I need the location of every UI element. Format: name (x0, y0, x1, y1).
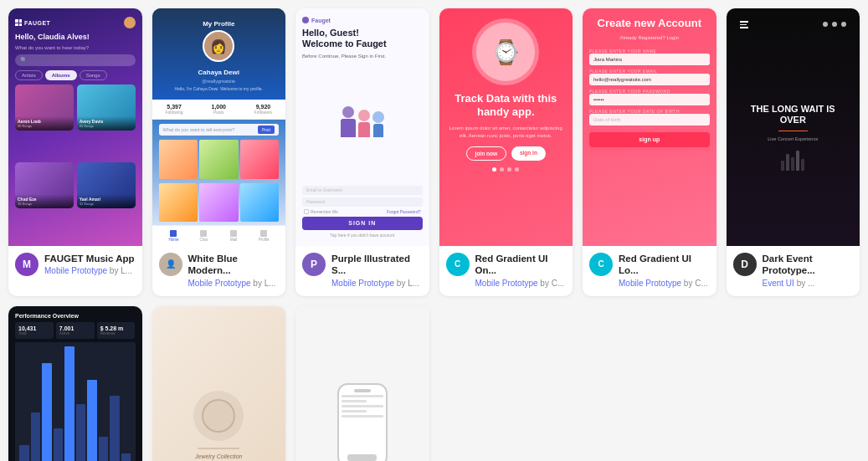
remember-me[interactable]: Remember Me (304, 209, 338, 214)
phone-content-lines (342, 395, 383, 452)
illustration (302, 63, 423, 181)
profile-bio-wb: Hello, I'm Cahaya Dewi. Welcome to my pr… (175, 86, 263, 91)
tab-artists[interactable]: Artists (15, 70, 43, 80)
sign-in-button-red[interactable]: sign in (511, 146, 546, 161)
photo-grid (152, 140, 286, 225)
music-logo: FAUGET (15, 19, 50, 26)
signin-subtext: Before Continue, Please Sign in First. (302, 54, 423, 59)
perf-lbl-3: Revenue (100, 331, 132, 336)
perf-val-3: $ 5.28 m (100, 325, 132, 331)
tap-text[interactable]: Tap here if you didn't have account (302, 233, 423, 238)
signup-button[interactable]: sign up (589, 132, 710, 147)
card-text-purple: Purple Illustrated S... Mobile Prototype… (331, 253, 423, 289)
field-dob-input[interactable]: Date of birth (589, 114, 710, 125)
user-avatar-small (124, 17, 136, 28)
nav-chat[interactable]: Chat (188, 230, 218, 242)
photo-4 (159, 183, 198, 223)
figure-1 (341, 106, 356, 137)
perf-stat-2: 7.001 Active (56, 322, 95, 339)
forgot-password-link[interactable]: Forgot Password? (387, 209, 421, 214)
dot-3 (507, 167, 511, 172)
field-email: PLEASE ENTER YOUR EMAIL hello@reallygrea… (589, 69, 710, 85)
profile-page-title: My Profile (203, 20, 234, 28)
header-icons (823, 22, 846, 27)
sil-5 (801, 159, 804, 171)
stat-posts: 1,000 Posts (197, 104, 241, 115)
profile-handle-wb: @reallygreatsite (202, 79, 235, 84)
card-dark-concert[interactable]: THE LONG WAIT IS OVER Live Concert Exper… (727, 8, 860, 296)
question-text: What do you want to hear today? (15, 45, 136, 50)
card-music-app[interactable]: FAUGET Hello, Claudia Alves! What do you… (8, 8, 142, 296)
join-now-button[interactable]: join now (466, 146, 506, 161)
field-password-value: •••••• (593, 97, 604, 102)
card-text-music: FAUGET Music App Mobile Prototype by L..… (44, 253, 135, 276)
email-placeholder: Email or Username (306, 187, 342, 192)
card-wireframe[interactable]: P Phone Wireframe... UI Kit by ... (295, 306, 429, 461)
nav-mail-label: Mail (230, 238, 237, 242)
card-red-lo[interactable]: Create new Account Already Registered? L… (583, 8, 716, 296)
card-avatar-red-lo: C (589, 253, 613, 276)
dot-1 (492, 167, 496, 172)
music-grid: Aaron Loeb 20 Songs Avery Davis 25 Songs… (15, 85, 136, 238)
field-password-label: PLEASE ENTER YOUR PASSWORD (589, 89, 710, 94)
create-account-title: Create new Account (589, 17, 710, 30)
jewelry-content: Jewelry Collection (181, 306, 256, 461)
bar-2 (31, 412, 41, 461)
music-item-2[interactable]: Avery Davis 25 Songs (77, 85, 136, 131)
checkbox[interactable] (304, 209, 309, 214)
nav-profile[interactable]: Profile (249, 230, 279, 242)
perf-val-2: 7.001 (59, 325, 91, 331)
music-item-4[interactable]: Yael Amari 31 Songs (77, 162, 136, 208)
card-title-concert: Dark Event Prototype... (763, 253, 854, 278)
home-icon (170, 230, 177, 237)
post-input[interactable]: What do you want to tell everyone? Post (159, 124, 280, 136)
field-name-input[interactable]: Jiara Martins (589, 54, 710, 65)
field-email-input[interactable]: hello@reallygreatsite.com (589, 74, 710, 85)
music-item-1[interactable]: Aaron Loeb 20 Songs (15, 85, 74, 131)
profile-avatar: 👩 (203, 30, 234, 62)
artist-count-1: 20 Songs (18, 124, 71, 128)
field-name-label: PLEASE ENTER YOUR NAME (589, 49, 710, 54)
signin-form: Email or Username Password Remember Me F… (302, 186, 423, 238)
music-header: FAUGET (15, 17, 136, 28)
field-password-input[interactable]: •••••• (589, 94, 710, 105)
sign-in-button[interactable]: SIGN IN (302, 217, 423, 230)
body-2 (358, 122, 370, 137)
card-jewelry[interactable]: Jewelry Collection J Jewelry Product... … (152, 306, 286, 461)
card-avatar-wb: 👤 (159, 253, 182, 276)
music-item-3[interactable]: Chad Eze 15 Songs (15, 162, 74, 208)
tab-albums[interactable]: Albums (45, 70, 77, 80)
nav-mail[interactable]: Mail (218, 230, 249, 242)
thumb-jewelry: Jewelry Collection (152, 306, 286, 461)
dot-4 (515, 167, 519, 172)
watch-image: ⌚ (476, 23, 535, 81)
bar-3 (42, 363, 52, 461)
search-bar[interactable]: 🔍 (15, 54, 136, 66)
card-text-concert: Dark Event Prototype... Event UI by ... (763, 253, 854, 289)
card-red-on[interactable]: ⌚ Track Data with this handy app. Lorem … (439, 8, 573, 296)
bell-icon (823, 22, 828, 27)
sil-3 (791, 157, 794, 171)
bar-4 (54, 428, 64, 461)
card-purple[interactable]: Fauget Hello, Guest! Welcome to Fauget B… (295, 8, 429, 296)
card-performance[interactable]: Performance Overview 10,431 Total 7.001 … (8, 306, 142, 461)
bar-6 (76, 404, 86, 461)
perf-stat-1: 10,431 Total (15, 322, 54, 339)
grid-icon (15, 19, 22, 26)
logo-circle (302, 17, 309, 23)
card-avatar-red-on: C (446, 253, 470, 276)
password-input[interactable]: Password (302, 197, 423, 207)
heading-line2: Welcome to Fauget (302, 38, 423, 49)
tab-songs[interactable]: Songs (80, 70, 107, 80)
nav-home[interactable]: Home (159, 230, 189, 242)
remember-label: Remember Me (311, 209, 338, 214)
card-white-blue[interactable]: My Profile 👩 Cahaya Dewi @reallygreatsit… (152, 8, 286, 296)
concert-subtitle: Live Concert Experience (768, 136, 818, 141)
stat-followers: 9,920 Followers (241, 104, 285, 115)
post-button[interactable]: Post (258, 125, 275, 134)
bottom-nav: Home Chat Mail Profile (152, 225, 286, 246)
jewelry-image (193, 391, 244, 441)
email-input[interactable]: Email or Username (302, 186, 423, 195)
content-line-4 (342, 410, 367, 412)
signin-heading: Hello, Guest! Welcome to Fauget (302, 28, 423, 49)
